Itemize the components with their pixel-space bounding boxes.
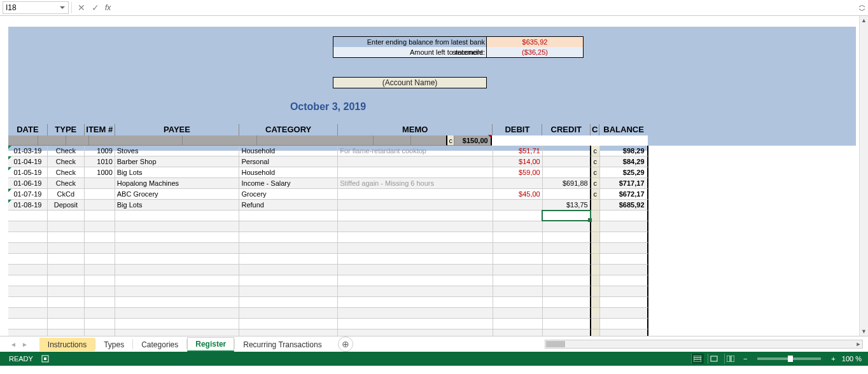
empty-cell[interactable] [493,232,543,243]
item-cell[interactable] [85,178,115,189]
type-cell[interactable]: Deposit [48,200,85,211]
empty-cell[interactable] [600,254,648,265]
empty-cell[interactable] [543,275,591,286]
empty-cell[interactable] [338,308,493,319]
empty-cell[interactable] [115,319,240,329]
register-grid[interactable]: 01-03-19Check1009StovesHouseholdFor flam… [8,146,856,336]
empty-cell[interactable] [338,297,493,308]
empty-cell[interactable] [239,319,338,329]
date-cell[interactable]: 01-08-19 [8,200,48,211]
empty-cell[interactable] [543,243,591,254]
category-cell[interactable]: Personal [239,156,338,167]
empty-cell[interactable] [85,319,115,329]
empty-cell[interactable] [8,275,48,286]
debit-cell[interactable]: $14,00 [493,156,543,167]
category-cell[interactable]: Grocery [239,189,338,200]
empty-cell[interactable] [8,211,48,221]
credit-cell[interactable] [543,189,591,200]
hscroll-thumb[interactable] [546,341,565,347]
date-cell[interactable]: 01-03-19 [8,146,48,156]
table-row[interactable]: 01-08-19DepositBig LotsRefund$13,75$685,… [8,200,856,211]
empty-cell[interactable] [543,254,591,265]
empty-cell[interactable] [600,319,648,329]
empty-cell[interactable] [85,211,115,221]
empty-cell[interactable] [115,329,240,336]
empty-cell[interactable] [591,286,600,297]
empty-cell[interactable] [8,221,48,232]
debit-cell[interactable]: $45,00 [493,189,543,200]
empty-cell[interactable] [48,221,85,232]
cleared-cell[interactable]: c [591,178,600,189]
zoom-in-button[interactable]: + [829,355,837,363]
empty-cell[interactable] [48,232,85,243]
date-cell[interactable]: 01-05-19 [8,167,48,178]
empty-cell[interactable] [338,221,493,232]
payee-cell[interactable]: Big Lots [115,167,240,178]
view-normal-icon[interactable] [691,354,704,364]
empty-cell[interactable] [591,232,600,243]
cleared-cell[interactable]: c [591,156,600,167]
name-box[interactable]: I18 [3,1,69,14]
table-row[interactable]: 01-07-19CkCdABC GroceryGrocery$45,00c$67… [8,189,856,200]
table-row[interactable] [8,243,856,254]
vertical-scrollbar[interactable]: ▲ ▼ [859,16,868,336]
hscroll-right-icon[interactable]: ► [854,340,863,348]
item-cell[interactable]: 1000 [85,167,115,178]
empty-cell[interactable] [338,211,493,221]
empty-cell[interactable] [591,297,600,308]
empty-cell[interactable] [600,275,648,286]
cleared-cell[interactable]: c [591,189,600,200]
empty-cell[interactable] [600,329,648,336]
empty-cell[interactable] [239,286,338,297]
empty-cell[interactable] [338,265,493,275]
empty-cell[interactable] [115,308,240,319]
table-row[interactable] [8,286,856,297]
empty-cell[interactable] [85,232,115,243]
empty-cell[interactable] [8,308,48,319]
add-sheet-button[interactable]: ⊕ [338,336,353,352]
empty-cell[interactable] [543,319,591,329]
tab-nav-arrows[interactable]: ◄ ► [10,341,28,348]
empty-cell[interactable] [239,265,338,275]
empty-cell[interactable] [115,286,240,297]
empty-cell[interactable] [600,211,648,221]
empty-cell[interactable] [85,275,115,286]
empty-cell[interactable] [239,243,338,254]
empty-cell[interactable] [543,265,591,275]
table-row[interactable] [8,297,856,308]
empty-cell[interactable] [8,254,48,265]
zoom-level[interactable]: 100 % [842,355,862,363]
tab-prev-icon[interactable]: ◄ [10,341,17,348]
opening-cleared[interactable]: c [447,135,454,146]
empty-cell[interactable] [48,243,85,254]
empty-cell[interactable] [543,297,591,308]
category-cell[interactable]: Household [239,146,338,156]
table-row[interactable]: 01-04-19Check1010Barber ShopPersonal$14,… [8,156,856,167]
chevron-down-icon[interactable] [58,3,67,12]
empty-cell[interactable] [115,265,240,275]
empty-cell[interactable] [493,221,543,232]
empty-cell[interactable] [493,329,543,336]
empty-cell[interactable] [239,329,338,336]
empty-cell[interactable] [338,232,493,243]
empty-cell[interactable] [115,297,240,308]
cancel-formula-icon[interactable]: ✕ [74,1,88,14]
empty-cell[interactable] [600,221,648,232]
empty-cell[interactable] [8,265,48,275]
scroll-up-icon[interactable]: ▲ [860,16,868,25]
item-cell[interactable] [85,200,115,211]
empty-cell[interactable] [48,211,85,221]
empty-cell[interactable] [48,319,85,329]
empty-cell[interactable] [85,254,115,265]
empty-cell[interactable] [493,297,543,308]
empty-cell[interactable] [48,297,85,308]
empty-cell[interactable] [591,319,600,329]
table-row[interactable] [8,254,856,265]
type-cell[interactable]: CkCd [48,189,85,200]
tab-next-icon[interactable]: ► [22,341,28,348]
empty-cell[interactable] [8,232,48,243]
payee-cell[interactable]: Stoves [115,146,240,156]
empty-cell[interactable] [600,232,648,243]
balance-cell[interactable]: $25,29 [600,167,648,178]
empty-cell[interactable] [85,308,115,319]
